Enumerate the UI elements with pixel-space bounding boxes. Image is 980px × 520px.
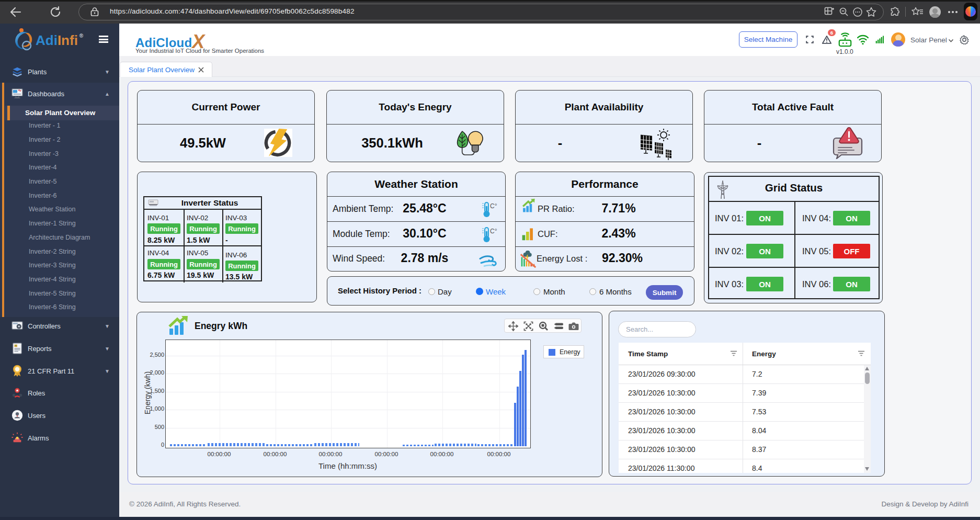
svg-text:C°: C° xyxy=(490,228,497,235)
svg-text:C°: C° xyxy=(490,202,497,210)
